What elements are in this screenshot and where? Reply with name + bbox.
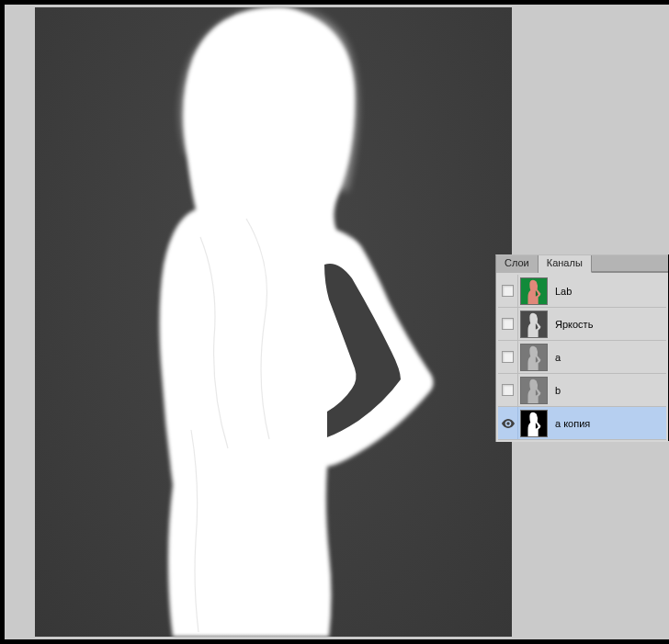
channel-thumbnail [520, 277, 548, 305]
visibility-checkbox[interactable] [502, 351, 514, 363]
visibility-toggle[interactable] [498, 374, 518, 406]
channel-row-lab[interactable]: Lab [498, 275, 666, 308]
channel-label: Lab [555, 286, 572, 297]
channel-row-brightness[interactable]: Яркость [498, 308, 666, 341]
channel-row-a-copy[interactable]: a копия [498, 407, 666, 440]
document-image[interactable] [35, 7, 512, 637]
channels-panel: Слои Каналы Lab [495, 254, 668, 442]
channel-label: b [555, 385, 561, 396]
visibility-checkbox[interactable] [502, 285, 514, 297]
channel-row-a[interactable]: a [498, 341, 666, 374]
channel-label: Яркость [555, 319, 593, 330]
tab-channels[interactable]: Каналы [539, 255, 592, 273]
svg-point-4 [506, 422, 509, 424]
channel-thumbnail [520, 344, 548, 371]
channel-thumbnail [520, 311, 548, 338]
channel-preview-image [35, 7, 512, 637]
channel-row-b[interactable]: b [498, 374, 666, 407]
panel-tab-bar: Слои Каналы [496, 255, 668, 273]
channel-thumbnail [520, 377, 548, 404]
tab-layers[interactable]: Слои [496, 255, 539, 273]
channel-thumbnail [520, 410, 548, 437]
channel-label: a копия [555, 418, 590, 429]
visibility-checkbox[interactable] [502, 384, 514, 396]
visibility-toggle[interactable] [498, 341, 518, 373]
tab-spacer [592, 255, 668, 272]
eye-icon [502, 419, 515, 428]
visibility-checkbox[interactable] [502, 318, 514, 330]
visibility-toggle[interactable] [498, 308, 518, 340]
visibility-toggle[interactable] [498, 275, 518, 307]
panel-background-bottom [542, 441, 669, 639]
channel-label: a [555, 352, 561, 363]
visibility-toggle[interactable] [498, 407, 518, 439]
canvas-area[interactable] [5, 5, 542, 639]
panel-background-top [542, 5, 669, 254]
channel-list: Lab Яркость [496, 273, 668, 442]
